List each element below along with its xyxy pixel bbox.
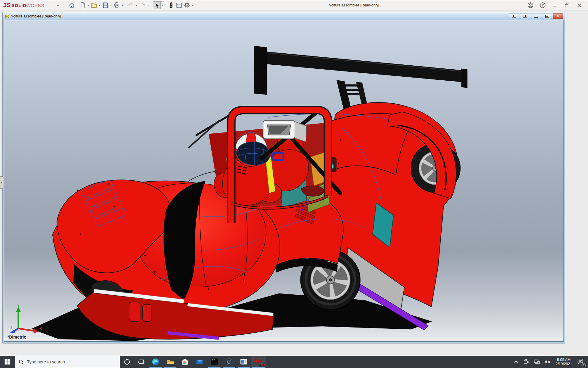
undo-caret[interactable]: ▼ (135, 1, 138, 9)
selection-filter-button[interactable] (167, 1, 175, 9)
save-button[interactable] (101, 1, 109, 9)
print-caret[interactable]: ▼ (121, 1, 124, 9)
close-button[interactable] (575, 2, 584, 9)
save-caret[interactable]: ▼ (109, 1, 113, 9)
undo-icon (128, 2, 134, 9)
options-caret[interactable]: ▼ (191, 1, 194, 9)
save-icon (102, 2, 109, 9)
doc-pane-right-button[interactable] (520, 13, 530, 19)
chevron-up-icon (513, 359, 519, 365)
home-icon (68, 2, 75, 9)
tray-chevron-button[interactable] (511, 359, 521, 365)
file-explorer-icon (166, 358, 174, 366)
command-prompt-icon: C:\_ (211, 358, 218, 366)
open-button[interactable] (90, 1, 98, 9)
app-workspace: Voiture assomblee [Read-only] ✕ (0, 11, 588, 356)
windows-start-icon (5, 359, 10, 365)
start-button[interactable] (0, 356, 15, 368)
taskbar-clock[interactable]: 9:09 AM 2/19/2021 (552, 358, 575, 366)
taskbar-app-edge[interactable] (148, 356, 163, 368)
document-titlebar[interactable]: Voiture assomblee [Read-only] ✕ (3, 12, 565, 20)
hexagon-app-icon (225, 358, 233, 366)
help-icon: ? (539, 2, 546, 9)
toolbar-flyout-arrow[interactable]: ▸ (57, 3, 59, 7)
collapsed-panel-tab[interactable] (0, 176, 3, 189)
gear-icon (184, 2, 190, 9)
clock-time: 9:09 AM (552, 358, 575, 362)
taskbar-app-file-explorer[interactable] (163, 356, 178, 368)
window-app-icon (240, 358, 248, 366)
print-button[interactable] (113, 1, 121, 9)
home-button[interactable] (68, 1, 76, 9)
select-button[interactable] (153, 1, 161, 9)
taskbar-app-solidworks[interactable]: SW 2021 (251, 356, 266, 368)
taskbar-search[interactable]: Type here to search (15, 356, 120, 368)
doc-close-button[interactable]: ✕ (553, 13, 563, 19)
task-properties-button[interactable] (175, 1, 183, 9)
system-tray: 9:09 AM 2/19/2021 1 (511, 356, 588, 368)
doc-close-icon: ✕ (556, 14, 560, 18)
app-titlebar: ЗSSOLIDWORKS ▸ ▼ ▼ ▼ ▼ ▼ ▼ (0, 0, 588, 10)
network-icon (533, 358, 540, 365)
restore-icon (564, 2, 571, 9)
volume-muted-icon (544, 358, 551, 365)
restore-button[interactable] (563, 2, 571, 9)
taskbar-app-window[interactable] (236, 356, 251, 368)
edge-icon (152, 358, 160, 366)
taskbar-app-hexagon[interactable] (222, 356, 236, 368)
tray-network-button[interactable] (532, 358, 542, 365)
doc-pane-left-button[interactable] (509, 13, 519, 19)
taskbar-apps: C:\_ SW 2021 (148, 356, 266, 368)
taskbar: Type here to search C:\_ SW (0, 356, 588, 368)
new-document-icon (79, 2, 86, 9)
orientation-triad: Y X Z (7, 304, 43, 333)
quick-access-toolbar: ▼ ▼ ▼ ▼ ▼ ▼ ▼ (68, 1, 194, 9)
solidworks-logo: ЗSSOLIDWORKS (3, 2, 44, 9)
select-caret[interactable]: ▼ (161, 1, 164, 9)
taskbar-app-command-prompt[interactable]: C:\_ (207, 356, 222, 368)
select-cursor-icon (153, 2, 160, 9)
assembly-icon (5, 14, 9, 19)
redo-button[interactable] (138, 1, 146, 9)
redo-caret[interactable]: ▼ (146, 1, 150, 9)
tray-volume-button[interactable] (542, 358, 552, 365)
document-window-buttons: ✕ (509, 13, 563, 19)
action-center-button[interactable]: 1 (575, 358, 586, 366)
3d-viewport[interactable]: Y X Z *Dimetric (4, 20, 564, 342)
solidworks-taskbar-icon: SW 2021 (254, 358, 263, 366)
help-button[interactable]: ? (538, 2, 547, 9)
front-left-fender[interactable] (57, 179, 205, 313)
document-title: Voiture assomblee [Read-only] (11, 14, 61, 18)
view-orientation-label: *Dimetric (7, 335, 26, 339)
doc-restore-icon (545, 15, 549, 18)
cortana-icon (124, 358, 130, 365)
doc-restore-button[interactable] (542, 13, 552, 19)
meet-now-icon (523, 358, 530, 365)
undo-button[interactable] (127, 1, 135, 9)
new-document-caret[interactable]: ▼ (87, 1, 90, 9)
traffic-light-icon (168, 2, 175, 9)
task-view-icon (138, 358, 145, 365)
rear-view-mirror[interactable] (263, 121, 307, 142)
taskbar-app-store[interactable] (178, 356, 192, 368)
redo-icon (139, 2, 146, 9)
triad-z-label: Z (10, 326, 12, 329)
solidworks-version-badge: 2021 (259, 364, 265, 367)
account-button[interactable] (526, 2, 535, 9)
triad-x-label: X (40, 327, 42, 330)
search-icon (19, 359, 24, 365)
car-assembly-model[interactable] (4, 20, 564, 341)
cortana-button[interactable] (120, 356, 134, 368)
options-button[interactable] (183, 1, 191, 9)
open-caret[interactable]: ▼ (98, 1, 101, 9)
doc-minimize-button[interactable] (531, 13, 541, 19)
taskbar-app-mail[interactable] (192, 356, 207, 368)
new-document-button[interactable] (79, 1, 87, 9)
minimize-button[interactable] (551, 2, 559, 9)
doc-minimize-icon (534, 17, 538, 18)
tray-meet-now-button[interactable] (521, 358, 532, 365)
notification-badge: 1 (582, 363, 586, 367)
pane-right-icon (523, 15, 527, 18)
task-view-button[interactable] (134, 356, 148, 368)
account-icon (527, 2, 534, 9)
